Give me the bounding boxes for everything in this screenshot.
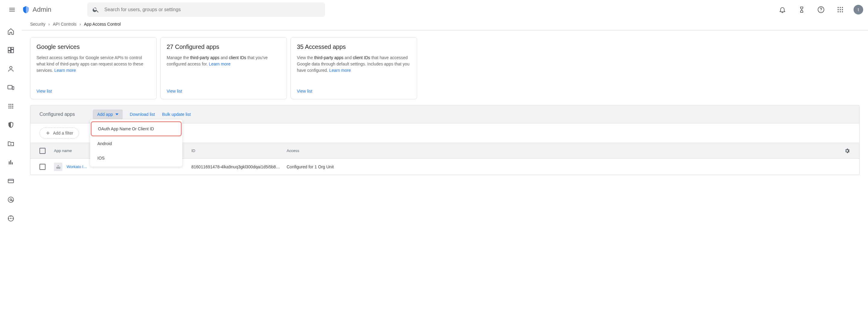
logo[interactable]: Admin <box>22 5 51 14</box>
person-icon <box>7 65 14 72</box>
svg-rect-13 <box>11 50 13 53</box>
svg-point-22 <box>10 106 11 107</box>
steering-icon <box>7 215 14 222</box>
card-icon <box>7 177 14 185</box>
nav-billing[interactable] <box>5 156 17 168</box>
download-list-link[interactable]: Download list <box>130 112 155 117</box>
svg-point-4 <box>842 7 843 8</box>
card-title: 27 Configured apps <box>167 43 281 50</box>
column-header-access[interactable]: Access <box>287 148 850 153</box>
notifications-button[interactable] <box>776 4 788 16</box>
apps-launcher-button[interactable] <box>834 4 846 16</box>
svg-rect-11 <box>8 47 10 50</box>
svg-point-1 <box>821 11 821 11</box>
learn-more-link[interactable]: Learn more <box>54 68 76 73</box>
left-nav <box>0 19 22 225</box>
nav-home[interactable] <box>5 25 17 37</box>
row-id: 816011691478-4lka9nuq3gkl300dqai1d5i5b8… <box>191 165 287 169</box>
view-list-link[interactable]: View list <box>36 89 150 93</box>
search-bar[interactable] <box>87 2 325 17</box>
section-title: Configured apps <box>39 112 75 117</box>
dropdown-item-android[interactable]: Android <box>90 136 182 151</box>
generic-app-icon <box>56 164 61 170</box>
column-header-id[interactable]: ID <box>191 148 287 153</box>
main-menu-button[interactable] <box>5 2 19 17</box>
add-filter-button[interactable]: Add a filter <box>39 127 79 139</box>
svg-point-23 <box>12 106 13 107</box>
svg-point-2 <box>838 7 839 8</box>
avatar-initial: t <box>858 7 859 12</box>
avatar[interactable]: t <box>854 5 863 14</box>
chevron-right-icon: › <box>49 22 50 27</box>
svg-point-9 <box>840 11 841 12</box>
chevron-right-icon: › <box>80 22 81 27</box>
bulk-update-link[interactable]: Bulk update list <box>162 112 191 117</box>
svg-point-21 <box>8 106 10 107</box>
dropdown-item-ios[interactable]: IOS <box>90 151 182 165</box>
nav-security[interactable] <box>5 119 17 131</box>
app-icon <box>54 163 62 171</box>
nav-directory[interactable] <box>5 63 17 75</box>
nav-devices[interactable] <box>5 82 17 93</box>
folder-star-icon <box>7 140 14 147</box>
svg-rect-27 <box>8 179 13 183</box>
svg-rect-14 <box>8 51 10 53</box>
select-all-checkbox[interactable] <box>39 148 45 154</box>
svg-rect-34 <box>59 167 60 168</box>
card-title: Google services <box>36 43 150 50</box>
help-button[interactable] <box>815 4 827 16</box>
bell-icon <box>779 6 786 13</box>
at-icon <box>7 196 14 203</box>
plus-icon <box>45 130 51 136</box>
svg-point-26 <box>12 108 13 109</box>
shield-icon <box>7 121 14 128</box>
breadcrumb-link-security[interactable]: Security <box>30 22 45 27</box>
breadcrumb: Security › API Controls › App Access Con… <box>30 19 860 30</box>
view-list-link[interactable]: View list <box>167 89 281 93</box>
svg-point-32 <box>10 218 11 219</box>
breadcrumb-link-api-controls[interactable]: API Controls <box>53 22 76 27</box>
home-icon <box>7 28 14 35</box>
svg-point-25 <box>10 108 11 109</box>
apps-icon <box>7 103 14 110</box>
search-input[interactable] <box>104 7 320 12</box>
devices-icon <box>7 84 14 91</box>
configured-apps-section: Configured apps Add app Download list Bu… <box>30 105 860 175</box>
divider <box>22 30 868 30</box>
table-settings-button[interactable] <box>844 148 850 154</box>
nav-account[interactable] <box>5 175 17 187</box>
learn-more-link[interactable]: Learn more <box>329 68 351 73</box>
help-icon <box>817 6 825 13</box>
nav-support[interactable] <box>5 212 17 225</box>
chart-icon <box>7 159 14 166</box>
svg-point-15 <box>10 66 12 69</box>
tasks-button[interactable] <box>796 4 808 16</box>
svg-point-19 <box>10 104 11 105</box>
nav-apps[interactable] <box>5 100 17 112</box>
svg-point-7 <box>842 9 843 10</box>
add-app-dropdown: OAuth App Name Or Client ID Android IOS <box>90 119 182 167</box>
card-google-services: Google services Select access settings f… <box>30 37 157 99</box>
nav-reporting[interactable] <box>5 138 17 150</box>
learn-more-link[interactable]: Learn more <box>209 62 230 66</box>
dropdown-item-oauth[interactable]: OAuth App Name Or Client ID <box>91 121 182 136</box>
add-app-button[interactable]: Add app <box>93 110 122 119</box>
card-body: Select access settings for Google servic… <box>36 55 150 85</box>
svg-point-24 <box>8 108 10 109</box>
nav-at[interactable] <box>5 194 17 206</box>
filter-label: Add a filter <box>53 130 73 136</box>
app-name-link[interactable]: Workato I… <box>67 165 87 169</box>
hourglass-icon <box>798 6 805 13</box>
svg-point-18 <box>8 104 10 105</box>
hamburger-icon <box>8 6 16 13</box>
search-icon <box>92 6 99 13</box>
card-configured-apps: 27 Configured apps Manage the third-part… <box>160 37 287 99</box>
nav-dashboard[interactable] <box>5 44 17 56</box>
gear-icon <box>844 148 850 154</box>
row-checkbox[interactable] <box>39 164 45 170</box>
view-list-link[interactable]: View list <box>297 89 411 93</box>
svg-point-3 <box>840 7 841 8</box>
svg-point-20 <box>12 104 13 105</box>
apps-grid-icon <box>837 6 844 13</box>
svg-point-29 <box>8 197 13 202</box>
